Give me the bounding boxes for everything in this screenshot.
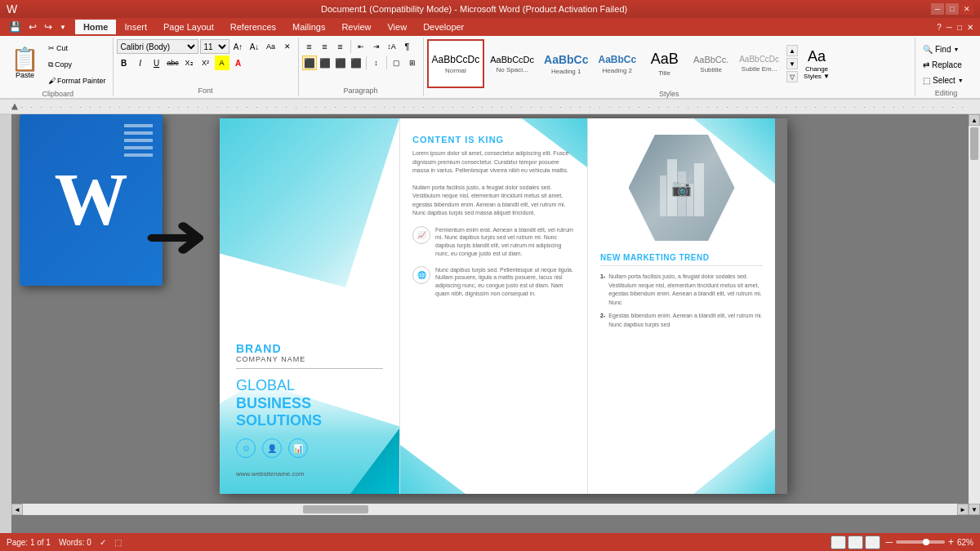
font-name-select[interactable]: Calibri (Body) — [117, 39, 198, 54]
sort-button[interactable]: ↕A — [385, 39, 399, 54]
divider3 — [386, 56, 387, 69]
copy-icon: ⧉ — [48, 60, 53, 69]
maximize-button[interactable]: □ — [946, 3, 959, 15]
style-subtitle[interactable]: AaBbCc. Subtitle — [688, 39, 733, 88]
justify-button[interactable]: ⬛ — [349, 56, 363, 70]
superscript-button[interactable]: X² — [198, 56, 213, 70]
text-highlight-button[interactable]: A — [215, 56, 229, 70]
styles-scroll-up[interactable]: ▲ — [786, 45, 798, 56]
zoom-slider-thumb[interactable] — [923, 539, 929, 545]
trend-list: 1- Nullam porta facilisis justo, a feugi… — [600, 273, 763, 329]
icon-circle-1: ⚙ — [236, 438, 256, 458]
decrease-indent-button[interactable]: ⇤ — [354, 39, 368, 54]
line-spacing-button[interactable]: ↕ — [369, 56, 384, 70]
find-button[interactable]: 🔍 Find ▼ — [919, 42, 968, 56]
borders-button[interactable]: ⊞ — [405, 56, 420, 70]
clear-format-button[interactable]: ✕ — [280, 39, 295, 54]
strikethrough-button[interactable]: abc — [166, 56, 180, 70]
redo-qat-button[interactable]: ↪ — [42, 20, 55, 33]
replace-label: Replace — [932, 60, 962, 69]
trend-text1: Nullam porta facilisis justo, a feugiat … — [608, 273, 763, 307]
format-painter-button[interactable]: 🖌 Format Painter — [45, 73, 109, 88]
shading-button[interactable]: ▢ — [390, 56, 404, 70]
copy-label: Copy — [55, 60, 72, 69]
italic-button[interactable]: I — [133, 56, 148, 70]
format-painter-icon: 🖌 — [48, 77, 56, 85]
accessibility-icon: ⬚ — [114, 538, 122, 547]
font-color-button[interactable]: A — [231, 56, 246, 70]
numbering-button[interactable]: ≡ — [318, 39, 332, 54]
tab-mailings[interactable]: Mailings — [284, 20, 333, 34]
align-center-button[interactable]: ⬛ — [318, 56, 332, 70]
style-subtle-em[interactable]: AaBbCcDc Subtle Em... — [735, 39, 783, 88]
web-view-button[interactable]: ⬚ — [865, 535, 880, 549]
words-status: Words: 0 — [59, 538, 91, 547]
vertical-scrollbar[interactable]: ▲ ▼ — [969, 114, 980, 515]
page-status: Page: 1 of 1 — [7, 538, 51, 547]
change-case-button[interactable]: Aa — [264, 39, 278, 54]
bold-button[interactable]: B — [117, 56, 131, 70]
style-heading2[interactable]: AaBbCc Heading 2 — [594, 39, 640, 88]
style-normal[interactable]: AaBbCcDc Normal — [427, 39, 485, 88]
tab-review[interactable]: Review — [333, 20, 379, 34]
horizontal-scrollbar[interactable]: ◄ ► — [11, 504, 969, 515]
change-styles-button[interactable]: Aa ChangeStyles ▼ — [800, 44, 834, 84]
style-nospace-preview: AaBbCcDc — [490, 55, 534, 64]
cut-button[interactable]: ✂ Cut — [45, 41, 109, 56]
increase-indent-button[interactable]: ⇥ — [369, 39, 384, 54]
scroll-thumb[interactable] — [970, 127, 978, 160]
title-bar-controls: ─ □ ✕ — [931, 3, 973, 15]
styles-expand[interactable]: ▽ — [786, 71, 798, 82]
style-nospace-label: No Spaci... — [497, 66, 528, 73]
close-button[interactable]: ✕ — [960, 3, 973, 15]
align-left-button[interactable]: ⬛ — [302, 56, 317, 70]
underline-button[interactable]: U — [149, 56, 164, 70]
scroll-right-arrow[interactable]: ► — [957, 504, 969, 515]
zoom-out-button[interactable]: ─ — [885, 536, 893, 548]
align-right-button[interactable]: ⬛ — [333, 56, 348, 70]
full-screen-view-button[interactable]: ⬚ — [848, 535, 863, 549]
paste-button[interactable]: 📋 Paste — [7, 46, 43, 82]
zoom-in-button[interactable]: + — [948, 536, 954, 548]
bullets-button[interactable]: ≡ — [302, 39, 317, 54]
minimize-button[interactable]: ─ — [931, 3, 944, 15]
scroll-down-arrow[interactable]: ▼ — [969, 504, 980, 515]
replace-icon: ⇄ — [923, 60, 929, 69]
tab-developer[interactable]: Developer — [415, 20, 472, 34]
show-marks-button[interactable]: ¶ — [400, 39, 415, 54]
zoom-slider[interactable] — [896, 540, 945, 544]
styles-scroll-down[interactable]: ▼ — [786, 58, 798, 69]
doc-line-2 — [124, 131, 153, 135]
h-scroll-thumb[interactable] — [303, 505, 368, 513]
scroll-left-arrow[interactable]: ◄ — [11, 504, 23, 515]
title-bar-left: W — [7, 2, 17, 16]
font-decrease-button[interactable]: A↓ — [247, 39, 262, 54]
font-increase-button[interactable]: A↑ — [231, 39, 246, 54]
tab-view[interactable]: View — [379, 20, 415, 34]
subscript-button[interactable]: X₂ — [182, 56, 197, 70]
font-size-select[interactable]: 11 — [200, 39, 229, 54]
undo-qat-button[interactable]: ↩ — [26, 20, 39, 33]
icon-circle-3: 📊 — [288, 438, 308, 458]
style-title[interactable]: AaB Title — [642, 39, 687, 88]
replace-button[interactable]: ⇄ Replace — [919, 58, 968, 72]
cut-icon: ✂ — [48, 44, 55, 52]
word-logo-box: W — [20, 114, 163, 286]
tab-home[interactable]: Home — [75, 20, 117, 34]
copy-button[interactable]: ⧉ Copy — [45, 57, 109, 72]
save-qat-button[interactable]: 💾 — [7, 20, 24, 33]
style-subtitle-label: Subtitle — [700, 66, 722, 73]
tab-references[interactable]: References — [222, 20, 284, 34]
scroll-up-arrow[interactable]: ▲ — [969, 114, 980, 126]
multilevel-button[interactable]: ≡ — [333, 39, 348, 54]
bld1 — [660, 176, 666, 216]
select-button[interactable]: ⬚ Select ▼ — [919, 73, 968, 87]
tab-insert[interactable]: Insert — [116, 20, 155, 34]
print-view-button[interactable]: ⬚ — [831, 535, 846, 549]
tab-page-layout[interactable]: Page Layout — [155, 20, 222, 34]
paste-label: Paste — [16, 71, 34, 79]
hex-bg: 📷 — [629, 135, 735, 241]
style-heading1[interactable]: AaBbCc Heading 1 — [540, 39, 592, 88]
style-no-spacing[interactable]: AaBbCcDc No Spaci... — [486, 39, 538, 88]
customize-qat-button[interactable]: ▼ — [57, 23, 69, 32]
